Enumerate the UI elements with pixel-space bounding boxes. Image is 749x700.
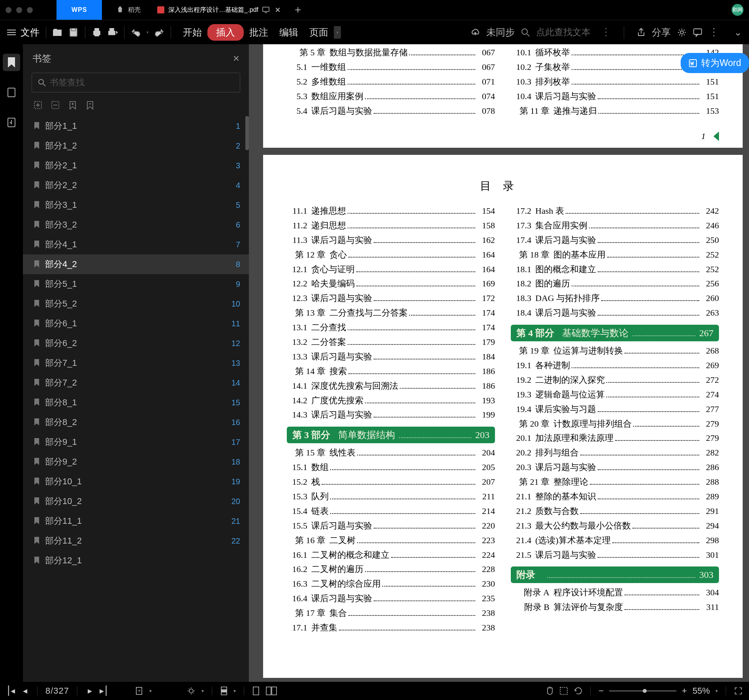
bookmark-search[interactable] bbox=[32, 73, 240, 92]
collapse-all-icon[interactable] bbox=[51, 101, 60, 110]
last-page-icon[interactable]: ▸⎮ bbox=[100, 687, 108, 695]
maximize-window-icon[interactable] bbox=[27, 7, 33, 13]
bookmark-item[interactable]: 部分11_222 bbox=[23, 531, 249, 551]
close-tab-icon[interactable]: × bbox=[275, 4, 280, 15]
comment-icon[interactable] bbox=[693, 28, 702, 37]
tab-wps[interactable]: WPS bbox=[56, 0, 102, 20]
add-tab-icon[interactable]: + bbox=[295, 4, 301, 16]
menu-edit[interactable]: 编辑 bbox=[274, 26, 304, 39]
scrollbar-thumb[interactable] bbox=[245, 116, 249, 150]
bookmark-item[interactable]: 部分4_28 bbox=[23, 254, 249, 274]
next-page-icon[interactable]: ▸ bbox=[85, 687, 94, 695]
bookmark-item[interactable]: 部分1_22 bbox=[23, 136, 249, 156]
tab-document[interactable]: 深入浅出程序设计…基础篇_.pdf × bbox=[151, 0, 287, 20]
attachment-rail-icon[interactable] bbox=[3, 114, 20, 131]
search-icon[interactable] bbox=[521, 28, 530, 37]
document-view[interactable]: 转为Word 第 5 章数组与数据批量存储0675.1一维数组0675.2多维数… bbox=[249, 44, 749, 682]
bookmark-item[interactable]: 部分7_113 bbox=[23, 353, 249, 373]
fullscreen-icon[interactable] bbox=[734, 687, 743, 695]
svg-rect-5 bbox=[95, 28, 99, 31]
file-menu[interactable]: 文件 bbox=[21, 26, 40, 39]
undo-icon[interactable] bbox=[131, 27, 141, 38]
menu-more-arrow-icon[interactable]: › bbox=[334, 26, 341, 39]
bookmark-item[interactable]: 部分10_119 bbox=[23, 472, 249, 491]
add-bookmark-icon[interactable] bbox=[69, 101, 77, 110]
zoom-out-icon[interactable]: − bbox=[598, 686, 604, 696]
bookmark-item[interactable]: 部分1_11 bbox=[23, 116, 249, 136]
chevron-down-icon[interactable]: ⌄ bbox=[734, 27, 742, 38]
expand-all-icon[interactable] bbox=[34, 101, 43, 110]
toc-row: 19.4课后实验与习题277 bbox=[511, 403, 719, 416]
hand-icon[interactable] bbox=[545, 687, 554, 695]
redo-icon[interactable] bbox=[154, 27, 164, 38]
prev-page-icon[interactable]: ◂ bbox=[21, 687, 29, 695]
cloud-sync-icon[interactable] bbox=[470, 28, 480, 37]
bookmark-item[interactable]: 部分9_117 bbox=[23, 432, 249, 452]
bookmark-icon bbox=[34, 478, 40, 485]
search-placeholder[interactable]: 点此查找文本 bbox=[536, 26, 591, 38]
two-page-icon[interactable] bbox=[265, 686, 277, 696]
menu-start[interactable]: 开始 bbox=[177, 26, 207, 39]
bookmark-item[interactable]: 部分11_121 bbox=[23, 511, 249, 531]
menu-icon[interactable] bbox=[7, 30, 16, 35]
bookmark-item-label: 部分8_1 bbox=[45, 397, 77, 408]
bookmark-item[interactable]: 部分9_218 bbox=[23, 452, 249, 472]
bookmark-item[interactable]: 部分2_13 bbox=[23, 156, 249, 175]
bookmark-title: 书签 bbox=[32, 52, 51, 65]
bookmark-item[interactable]: 部分5_19 bbox=[23, 274, 249, 294]
svg-rect-0 bbox=[263, 7, 269, 11]
toc-row: 18.4课后习题与实验263 bbox=[511, 307, 719, 319]
bookmark-item[interactable]: 部分4_17 bbox=[23, 235, 249, 254]
close-window-icon[interactable] bbox=[6, 7, 11, 13]
menu-annotate[interactable]: 批注 bbox=[244, 26, 274, 39]
bookmark-item[interactable]: 部分12_1 bbox=[23, 551, 249, 570]
bookmark-search-input[interactable] bbox=[50, 77, 234, 88]
share-button[interactable]: 分享 bbox=[652, 26, 671, 39]
bookmark-item[interactable]: 部分8_216 bbox=[23, 412, 249, 432]
remove-bookmark-icon[interactable] bbox=[86, 101, 95, 110]
bookmark-item[interactable]: 部分8_115 bbox=[23, 393, 249, 412]
toc-row: 附录 B算法评价与复杂度311 bbox=[511, 601, 719, 613]
avatar[interactable]: 鹅网 bbox=[732, 4, 743, 16]
first-page-icon[interactable]: ⎮◂ bbox=[6, 687, 15, 695]
bookmark-item[interactable]: 部分6_212 bbox=[23, 333, 249, 353]
gear-icon[interactable] bbox=[677, 28, 687, 37]
thumbnail-rail-icon[interactable] bbox=[3, 84, 20, 101]
rotate-icon[interactable] bbox=[574, 687, 582, 695]
single-page-icon[interactable] bbox=[220, 686, 228, 696]
bookmark-item[interactable]: 部分2_24 bbox=[23, 175, 249, 195]
bookmark-item-page: 5 bbox=[236, 201, 240, 210]
bookmark-item[interactable]: 部分7_214 bbox=[23, 373, 249, 393]
bookmark-rail-icon[interactable] bbox=[3, 54, 20, 71]
menu-insert[interactable]: 插入 bbox=[207, 24, 244, 41]
bookmark-item[interactable]: 部分3_15 bbox=[23, 195, 249, 215]
fit-page-icon[interactable] bbox=[252, 686, 260, 696]
save-icon[interactable] bbox=[68, 27, 79, 38]
zoom-slider[interactable] bbox=[609, 690, 676, 692]
brightness-icon[interactable] bbox=[186, 687, 196, 695]
more-icon[interactable]: ⋮ bbox=[601, 26, 611, 38]
bookmark-item[interactable]: 部分5_210 bbox=[23, 294, 249, 314]
print-preview-icon[interactable] bbox=[107, 27, 118, 38]
close-panel-icon[interactable]: × bbox=[233, 52, 239, 65]
share-icon[interactable] bbox=[637, 28, 645, 37]
selection-icon[interactable] bbox=[559, 687, 568, 695]
convert-to-word-button[interactable]: 转为Word bbox=[681, 53, 749, 73]
bookmark-item[interactable]: 部分3_26 bbox=[23, 215, 249, 235]
svg-line-10 bbox=[527, 34, 529, 36]
zoom-value[interactable]: 55% bbox=[693, 686, 710, 696]
svg-text:+: + bbox=[138, 688, 141, 694]
open-icon[interactable] bbox=[53, 27, 63, 38]
bookmark-item-page: 3 bbox=[236, 161, 240, 170]
ellipsis-icon[interactable]: ⋮ bbox=[709, 26, 719, 38]
tab-doke[interactable]: 稻壳 bbox=[106, 0, 151, 20]
bookmark-item[interactable]: 部分10_220 bbox=[23, 491, 249, 511]
menu-page[interactable]: 页面 bbox=[304, 26, 334, 39]
zoom-in-icon[interactable]: + bbox=[682, 686, 687, 696]
page-indicator[interactable]: 8/327 bbox=[45, 686, 69, 696]
print-icon[interactable] bbox=[92, 27, 102, 38]
minimize-window-icon[interactable] bbox=[16, 7, 22, 13]
bookmark-item[interactable]: 部分6_111 bbox=[23, 314, 249, 333]
page-add-icon[interactable]: + bbox=[135, 687, 144, 695]
screen-icon[interactable] bbox=[262, 7, 269, 13]
